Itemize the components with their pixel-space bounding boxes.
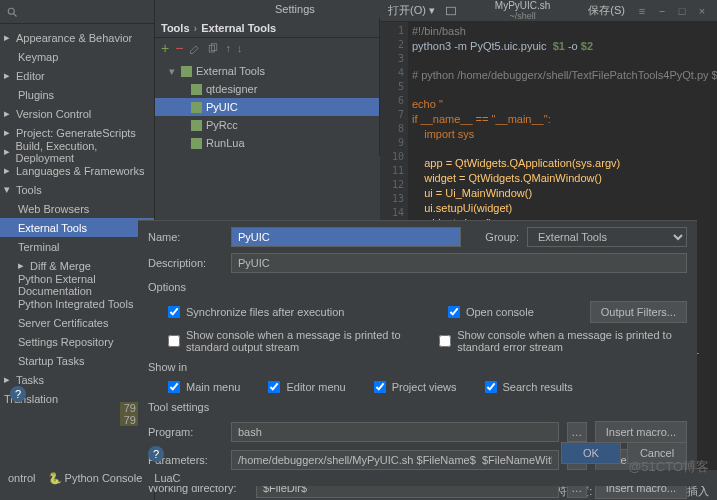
sidebar-item[interactable]: ▸Languages & Frameworks [0, 161, 154, 180]
checkbox-icon[interactable] [181, 66, 192, 77]
sidebar-item[interactable]: ▸Tasks [0, 370, 154, 389]
mainmenu-checkbox[interactable]: Main menu [168, 381, 240, 393]
editormenu-checkbox[interactable]: Editor menu [268, 381, 345, 393]
chevron-icon: ▸ [4, 126, 12, 139]
checkbox-icon[interactable] [191, 138, 202, 149]
group-label: Group: [485, 231, 519, 243]
search-row[interactable] [0, 0, 154, 24]
sidebar-item[interactable]: Keymap [0, 47, 154, 66]
sidebar-item-label: Python External Documentation [18, 273, 150, 297]
svg-line-1 [14, 14, 17, 17]
help-icon[interactable]: ? [10, 386, 26, 402]
sidebar-item[interactable]: Terminal [0, 237, 154, 256]
checkbox-icon[interactable] [191, 102, 202, 113]
sb-python-console[interactable]: 🐍 Python Console [48, 472, 143, 485]
maximize-icon[interactable]: □ [675, 4, 689, 18]
sidebar-item-label: Terminal [18, 241, 60, 253]
status-insert[interactable]: 插入 [687, 484, 709, 499]
sidebar-item[interactable]: Python Integrated Tools [0, 294, 154, 313]
program-label: Program: [148, 426, 223, 438]
external-tools-tree: ▾ External Tools qtdesignerPyUICPyRccRun… [155, 58, 379, 156]
tool-item[interactable]: RunLua [155, 134, 379, 152]
program-browse-button[interactable]: … [567, 422, 587, 442]
up-icon[interactable]: ↑ [225, 42, 231, 54]
chevron-icon: ▸ [4, 145, 11, 158]
sidebar-item-label: Build, Execution, Deployment [15, 140, 150, 164]
sidebar-item[interactable]: Python External Documentation [0, 275, 154, 294]
checkbox-icon[interactable] [191, 120, 202, 131]
projviews-checkbox[interactable]: Project views [374, 381, 457, 393]
stdout-checkbox[interactable]: Show console when a message is printed t… [168, 329, 421, 353]
chevron-icon: ▸ [4, 107, 12, 120]
output-filters-button[interactable]: Output Filters... [590, 301, 687, 323]
ok-button[interactable]: OK [561, 442, 621, 464]
sidebar-item[interactable]: ▸Build, Execution, Deployment [0, 142, 154, 161]
tool-label: PyUIC [206, 101, 238, 113]
down-icon[interactable]: ↓ [237, 42, 243, 54]
sidebar-item[interactable]: Settings Repository [0, 332, 154, 351]
tool-label: qtdesigner [206, 83, 257, 95]
program-insert-macro-button[interactable]: Insert macro... [595, 421, 687, 443]
menu-icon[interactable]: ≡ [635, 4, 649, 18]
sb-version-control[interactable]: ontrol [8, 472, 36, 484]
sb-luac[interactable]: LuaC [154, 472, 180, 484]
sidebar-item-label: Python Integrated Tools [18, 298, 133, 310]
copy-icon[interactable] [207, 41, 219, 54]
breadcrumb-tools[interactable]: Tools [161, 22, 190, 34]
tool-item[interactable]: qtdesigner [155, 80, 379, 98]
help-icon[interactable]: ? [148, 446, 164, 462]
gutter-fragment: 7979 [120, 402, 138, 426]
settings-tab[interactable]: Settings [275, 3, 315, 15]
svg-point-0 [8, 8, 14, 14]
sidebar-item[interactable]: External Tools [0, 218, 154, 237]
checkbox-icon[interactable] [191, 84, 202, 95]
remove-icon[interactable]: − [175, 40, 183, 56]
group-select[interactable]: External Tools [527, 227, 687, 247]
root-label: External Tools [196, 65, 265, 77]
sidebar-item-label: Tools [16, 184, 42, 196]
toolbar: + − ↑ ↓ [155, 38, 379, 58]
sidebar-item[interactable]: ▸Editor [0, 66, 154, 85]
searchres-checkbox[interactable]: Search results [485, 381, 573, 393]
sidebar-item[interactable]: ▸Version Control [0, 104, 154, 123]
params-field[interactable] [231, 450, 559, 470]
sidebar-item[interactable]: Plugins [0, 85, 154, 104]
chevron-down-icon: ▾ [169, 65, 177, 78]
tool-item[interactable]: PyUIC [155, 98, 379, 116]
tool-label: PyRcc [206, 119, 238, 131]
tool-item[interactable]: PyRcc [155, 116, 379, 134]
breadcrumb-external-tools[interactable]: External Tools [201, 22, 276, 34]
tool-edit-dialog: Name: Group: External Tools Description:… [138, 220, 697, 470]
program-field[interactable] [231, 422, 559, 442]
tool-label: RunLua [206, 137, 245, 149]
sidebar-item-label: Version Control [16, 108, 91, 120]
sidebar-item-label: Keymap [18, 51, 58, 63]
sidebar-item-label: Appearance & Behavior [16, 32, 132, 44]
tree-root[interactable]: ▾ External Tools [155, 62, 379, 80]
save-menu[interactable]: 保存(S) [588, 3, 625, 18]
ide-statusbar: ontrol 🐍 Python Console LuaC [0, 470, 717, 486]
description-label: Description: [148, 257, 223, 269]
name-field[interactable] [231, 227, 461, 247]
minimize-icon[interactable]: − [655, 4, 669, 18]
description-field[interactable] [231, 253, 687, 273]
sidebar-item-label: Plugins [18, 89, 54, 101]
close-icon[interactable]: × [695, 4, 709, 18]
stderr-checkbox[interactable]: Show console when a message is printed t… [439, 329, 687, 353]
open-menu[interactable]: 打开(O) ▾ [388, 3, 435, 18]
chevron-icon: ▸ [4, 69, 12, 82]
sidebar-item[interactable]: ▾Tools [0, 180, 154, 199]
sidebar-item-label: Web Browsers [18, 203, 89, 215]
sidebar-item-label: Tasks [16, 374, 44, 386]
sidebar-item[interactable]: ▸Appearance & Behavior [0, 28, 154, 47]
sync-checkbox[interactable]: Synchronize files after execution [168, 306, 344, 318]
recent-icon[interactable] [445, 4, 457, 17]
add-icon[interactable]: + [161, 40, 169, 56]
sidebar-item[interactable]: Server Certificates [0, 313, 154, 332]
sidebar-item[interactable]: Startup Tasks [0, 351, 154, 370]
open-console-checkbox[interactable]: Open console [448, 306, 534, 318]
chevron-icon: ▾ [4, 183, 12, 196]
search-icon [6, 5, 18, 18]
sidebar-item[interactable]: Web Browsers [0, 199, 154, 218]
edit-icon[interactable] [189, 41, 201, 54]
